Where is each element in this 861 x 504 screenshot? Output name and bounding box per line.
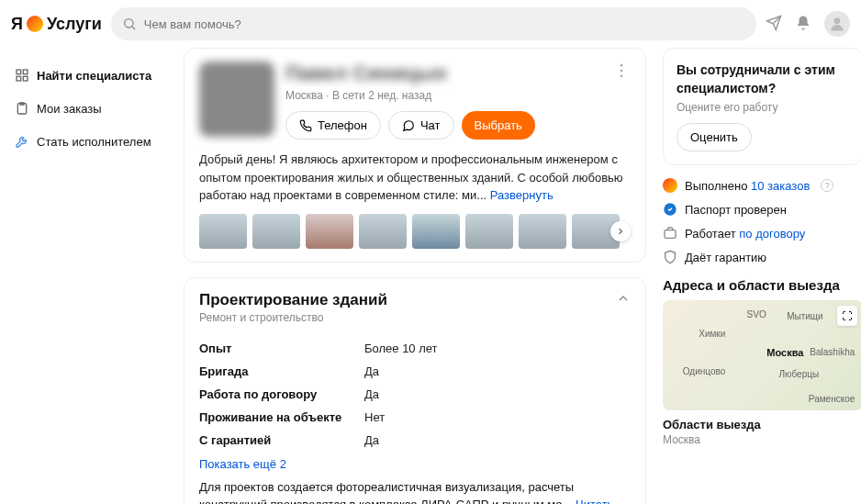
bell-icon[interactable] [795, 15, 811, 34]
prop-label: Бригада [199, 364, 364, 378]
sidebar-item-label: Мои заказы [37, 102, 102, 116]
prop-label: Работа по договору [199, 387, 364, 401]
map-section: Адреса и области выезда SVO Мытищи Химки… [663, 277, 861, 446]
wrench-icon [15, 134, 29, 149]
gallery-next-icon[interactable] [610, 221, 631, 241]
profile-description: Добрый день! Я являюсь архитектором и пр… [199, 151, 631, 205]
gallery-thumb[interactable] [199, 214, 247, 249]
gallery-thumb[interactable] [519, 214, 566, 249]
gallery-thumb[interactable] [412, 214, 460, 249]
sidebar-item-find[interactable]: Найти специалиста [11, 59, 167, 92]
gallery-thumb[interactable] [359, 214, 407, 249]
collab-sub: Оцените его работу [676, 101, 849, 114]
search-input[interactable] [111, 7, 756, 40]
gallery-thumb[interactable] [465, 214, 513, 249]
gallery-thumb[interactable] [252, 214, 300, 249]
search-wrap [111, 7, 756, 40]
profile-name: Павел Синицын [285, 62, 631, 85]
collapse-icon[interactable] [616, 291, 631, 308]
prop-value: Да [364, 433, 379, 447]
search-icon [122, 17, 137, 31]
svg-rect-11 [665, 230, 676, 239]
map[interactable]: SVO Мытищи Химки Москва Balashikha Одинц… [663, 300, 861, 410]
avatar[interactable] [824, 11, 850, 37]
badge-contract: Работает по договору [663, 226, 861, 241]
areas-sub: Москва [663, 433, 861, 446]
more-menu-icon[interactable] [612, 62, 631, 80]
collab-card: Вы сотрудничали с этим специалистом? Оце… [663, 48, 861, 165]
briefcase-icon [663, 226, 677, 241]
clipboard-icon [15, 101, 29, 116]
svg-rect-5 [23, 76, 28, 81]
choose-button[interactable]: Выбрать [462, 111, 535, 140]
sidebar-item-orders[interactable]: Мои заказы [11, 92, 167, 125]
show-more-link[interactable]: Показать ещё 2 [199, 457, 631, 471]
contract-link[interactable]: по договору [739, 227, 805, 241]
collab-title: Вы сотрудничали с этим специалистом? [676, 62, 849, 97]
svg-rect-2 [17, 70, 21, 74]
svg-point-7 [621, 64, 623, 67]
section-description: Для проектов создается фотореалистичная … [199, 478, 631, 505]
logo-circle-icon [27, 16, 43, 32]
svg-point-8 [621, 70, 623, 73]
header: Я Услуги [0, 0, 861, 48]
svg-point-1 [834, 17, 841, 24]
sidebar-item-label: Стать исполнителем [37, 135, 151, 149]
help-icon[interactable]: ? [821, 179, 833, 192]
prop-label: С гарантией [199, 433, 364, 447]
areas-title: Области выезда [663, 418, 861, 431]
profile-subline: Москва · В сети 2 нед. назад [285, 89, 631, 102]
checkmark-icon [663, 202, 677, 217]
right-column: Вы сотрудничали с этим специалистом? Оце… [663, 48, 861, 504]
orders-link[interactable]: 10 заказов [751, 179, 810, 193]
expand-link[interactable]: Развернуть [490, 188, 554, 202]
header-actions [766, 11, 850, 37]
section-title: Проектирование зданий [199, 291, 387, 309]
service-section: Проектирование зданий Ремонт и строитель… [184, 277, 646, 505]
chat-icon [402, 119, 415, 132]
phone-icon [299, 119, 312, 132]
svg-rect-3 [23, 70, 28, 74]
badge-passport: Паспорт проверен [663, 202, 861, 217]
svg-point-9 [621, 75, 623, 78]
prop-value: Да [364, 387, 379, 401]
map-expand-icon[interactable] [837, 306, 857, 326]
prop-value: Нет [364, 410, 385, 424]
profile-photo[interactable] [199, 62, 274, 137]
props-list: ОпытБолее 10 лет БригадаДа Работа по дог… [199, 337, 631, 452]
logo-ya-letter: Я [11, 15, 23, 34]
section-subtitle: Ремонт и строительство [199, 311, 387, 324]
prop-value: Да [364, 364, 379, 378]
badges-list: Выполнено 10 заказов ? Паспорт проверен … [663, 178, 861, 264]
prop-value: Более 10 лет [364, 342, 438, 355]
orders-badge-icon [663, 178, 677, 193]
logo-service-text: Услуги [47, 15, 102, 34]
portfolio-gallery [199, 214, 631, 249]
phone-button[interactable]: Телефон [285, 111, 381, 140]
badge-done: Выполнено 10 заказов ? [663, 178, 861, 193]
send-icon[interactable] [766, 15, 782, 34]
logo[interactable]: Я Услуги [11, 15, 102, 34]
sidebar-item-label: Найти специалиста [37, 69, 151, 83]
svg-point-0 [124, 19, 132, 28]
chat-button[interactable]: Чат [388, 111, 454, 140]
sidebar-item-become[interactable]: Стать исполнителем [11, 125, 167, 158]
shield-icon [663, 250, 677, 264]
map-title: Адреса и области выезда [663, 277, 861, 293]
prop-label: Опыт [199, 342, 364, 355]
profile-card: Павел Синицын Москва · В сети 2 нед. наз… [184, 48, 646, 263]
grid-icon [15, 68, 29, 83]
prop-label: Проживание на объекте [199, 410, 364, 424]
profile-last-seen: В сети 2 нед. назад [332, 89, 431, 102]
badge-warranty: Даёт гарантию [663, 250, 861, 264]
profile-location: Москва [285, 89, 323, 102]
rate-button[interactable]: Оценить [676, 123, 752, 151]
sidebar: Найти специалиста Мои заказы Стать испол… [11, 48, 167, 504]
gallery-thumb[interactable] [306, 214, 353, 249]
svg-rect-4 [17, 76, 21, 81]
